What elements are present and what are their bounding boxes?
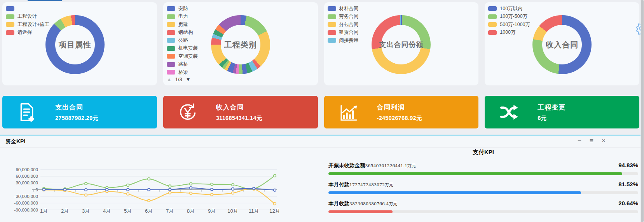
donut-hole: 收入合同 xyxy=(542,25,582,64)
donut-chart[interactable]: 支出合同份额 xyxy=(372,15,431,74)
chart-legend: 材料合同劳务合同分包合同租赁合同间接费用 xyxy=(328,6,359,46)
pay-kpi-amount: 36540301226441.1万元 xyxy=(365,163,416,168)
legend-swatch xyxy=(167,46,175,51)
kpi-card-3[interactable]: 合同利润-245026768.92元 xyxy=(324,96,479,128)
legend-item[interactable]: 500万-1000万 xyxy=(488,22,530,27)
kpi-card-texts: 工程变更6元 xyxy=(538,103,565,122)
kpi-card-1[interactable]: 支出合同275887982.29元 xyxy=(2,96,157,128)
legend-item[interactable]: 100万-500万 xyxy=(488,14,530,19)
legend-label: 房建 xyxy=(178,21,188,28)
menu-icon[interactable]: ≡ xyxy=(588,137,595,145)
legend-swatch xyxy=(167,54,175,59)
kpi-card-label: 合同利润 xyxy=(377,103,422,112)
legend-item[interactable]: 材料合同 xyxy=(328,6,359,11)
dashboard-page: { "palette": ["#5470c6","#91cc75","#fac8… xyxy=(0,0,644,222)
kpi-card-texts: 支出合同275887982.29元 xyxy=(55,103,98,122)
legend-label: 工程设计 xyxy=(17,13,37,20)
series-yellow-point xyxy=(211,193,213,196)
series-green-point xyxy=(127,184,129,186)
legend-item[interactable]: 劳务合同 xyxy=(328,14,359,19)
donut-chart-row: 工程设计工程设计+施工请选择项目属性安防电力房建钢结构公路机电安装空调安装路桥桥… xyxy=(2,2,639,85)
pay-kpi-label: 开票未收款金额 xyxy=(328,163,365,168)
svg-text:12月: 12月 xyxy=(269,208,280,214)
legend-swatch xyxy=(167,62,175,67)
pay-kpi-row-left: 本月付款1727472483072万元 xyxy=(328,181,393,188)
legend-label: 机电安装 xyxy=(178,45,198,52)
legend-item[interactable]: 1000万 xyxy=(488,30,530,35)
donut-chart[interactable]: 工程类别 xyxy=(211,15,270,74)
legend-label: 工程设计+施工 xyxy=(17,21,49,28)
series-blue-point xyxy=(232,188,234,190)
legend-swatch xyxy=(328,22,336,27)
scrollbar-thumb[interactable] xyxy=(641,0,644,222)
series-blue-point xyxy=(274,189,276,191)
pay-kpi-label: 本月付款 xyxy=(328,182,349,187)
legend-label: 劳务合同 xyxy=(339,13,359,20)
series-yellow-point xyxy=(232,192,234,194)
legend-item[interactable]: 桥梁 xyxy=(167,70,198,75)
pay-kpi-row: 本月收款3823680380766.4万元20.64% xyxy=(328,200,638,213)
fund-line-chart[interactable]: 90,000,00060,000,00030,000,0000-30,000,0… xyxy=(8,153,280,220)
series-blue-point xyxy=(148,189,150,191)
legend-label: 请选择 xyxy=(17,29,32,36)
legend-page-down-icon[interactable]: ▼ xyxy=(186,76,191,82)
legend-item[interactable]: 空调安装 xyxy=(167,54,198,59)
legend-swatch xyxy=(328,14,336,19)
kpi-card-value: 275887982.29元 xyxy=(55,114,98,122)
kpi-card-value: 3116854341.14元 xyxy=(216,114,262,122)
pay-kpi-progress-track xyxy=(328,210,638,213)
legend-item[interactable]: 电力 xyxy=(167,14,198,19)
pay-kpi-percent: 20.64% xyxy=(618,200,638,206)
legend-item[interactable]: 钢结构 xyxy=(167,30,198,35)
legend-item[interactable]: 安防 xyxy=(167,6,198,11)
legend-item[interactable] xyxy=(6,6,49,11)
page-scrollbar[interactable] xyxy=(641,0,644,222)
legend-label: 桥梁 xyxy=(178,69,188,76)
legend-item[interactable]: 请选择 xyxy=(6,30,49,35)
legend-item[interactable]: 租赁合同 xyxy=(328,30,359,35)
svg-text:11月: 11月 xyxy=(249,208,259,214)
close-icon[interactable]: × xyxy=(600,137,607,145)
legend-item[interactable]: 机电安装 xyxy=(167,46,198,51)
series-blue-point xyxy=(190,187,192,189)
legend-item[interactable]: 工程设计+施工 xyxy=(6,22,49,27)
kpi-card-texts: 收入合同3116854341.14元 xyxy=(216,103,262,122)
legend-item[interactable]: 间接费用 xyxy=(328,38,359,43)
svg-text:-60,000,000: -60,000,000 xyxy=(14,201,38,205)
chart-legend: 100万以内100万-500万500万-1000万1000万 xyxy=(488,6,530,38)
kpi-card-label: 支出合同 xyxy=(55,103,98,112)
kpi-card-2[interactable]: 收入合同3116854341.14元 xyxy=(163,96,318,128)
legend-item[interactable]: 房建 xyxy=(167,22,198,27)
legend-swatch xyxy=(488,22,497,27)
legend-item[interactable]: 分包合同 xyxy=(328,22,359,27)
pay-kpi-progress-fill xyxy=(328,172,622,175)
series-yellow-point xyxy=(190,192,192,194)
svg-text:30,000,000: 30,000,000 xyxy=(16,180,38,185)
svg-text:10月: 10月 xyxy=(227,208,238,214)
pay-kpi-percent: 81.52% xyxy=(618,181,638,187)
series-green-point xyxy=(274,175,276,177)
legend-swatch xyxy=(167,30,175,35)
legend-item[interactable]: 路桥 xyxy=(167,62,198,67)
svg-text:7月: 7月 xyxy=(166,208,174,214)
kpi-card-value: -245026768.92元 xyxy=(377,114,422,122)
chart-growth-icon xyxy=(338,102,359,123)
donut-panel-2: 安防电力房建钢结构公路机电安装空调安装路桥桥梁▲1/3▼工程类别 xyxy=(163,2,318,85)
donut-chart[interactable]: 收入合同 xyxy=(532,15,592,74)
pay-kpi-title: 支付KPI xyxy=(328,149,638,156)
document-plus-icon xyxy=(16,102,37,123)
donut-panel-1: 工程设计工程设计+施工请选择项目属性 xyxy=(2,2,157,85)
minimize-icon[interactable]: − xyxy=(576,137,583,145)
legend-label: 安防 xyxy=(178,5,188,12)
series-blue-point xyxy=(253,187,255,190)
donut-chart[interactable]: 项目属性 xyxy=(45,15,105,74)
legend-label: 1000万 xyxy=(500,29,515,36)
legend-item[interactable]: 工程设计 xyxy=(6,14,49,19)
series-green-point xyxy=(85,182,87,185)
legend-item[interactable]: 100万以内 xyxy=(488,6,530,11)
legend-item[interactable]: 公路 xyxy=(167,38,198,43)
legend-page-up-icon[interactable]: ▲ xyxy=(167,76,172,82)
kpi-card-4[interactable]: 工程变更6元 xyxy=(485,96,639,128)
chart-legend: 安防电力房建钢结构公路机电安装空调安装路桥桥梁 xyxy=(167,6,198,78)
svg-text:4月: 4月 xyxy=(103,208,111,214)
